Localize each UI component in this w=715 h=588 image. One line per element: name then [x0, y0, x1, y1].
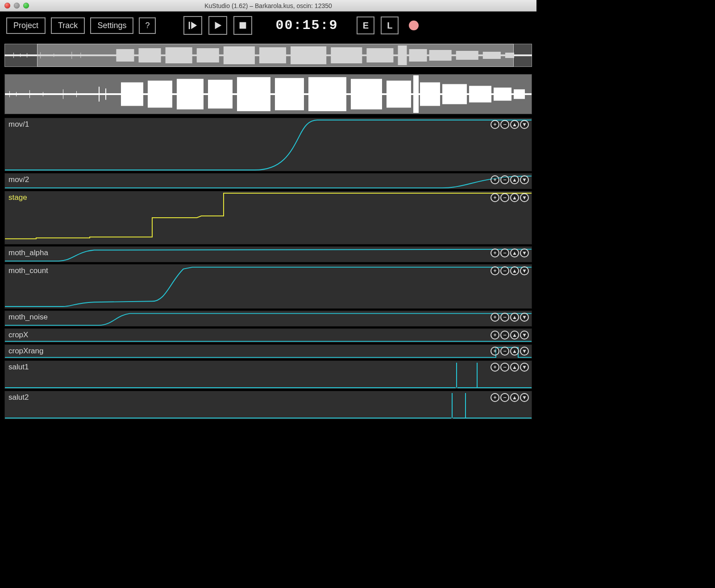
track-add-button[interactable]: +: [491, 120, 499, 129]
chevron-down-icon: ▼: [522, 268, 527, 274]
track-row[interactable]: stage+−▲▼: [4, 191, 532, 244]
minus-icon: −: [503, 364, 506, 370]
stop-button[interactable]: [233, 16, 252, 35]
track-row[interactable]: salut2+−▲▼: [4, 391, 532, 419]
track-row[interactable]: mov/2+−▲▼: [4, 173, 532, 189]
track-move-down-button[interactable]: ▼: [520, 313, 529, 322]
track-move-up-button[interactable]: ▲: [510, 193, 519, 202]
project-menu-button[interactable]: Project: [6, 17, 46, 34]
track-controls: +−▲▼: [491, 120, 529, 129]
track-remove-button[interactable]: −: [500, 363, 509, 372]
svg-rect-34: [99, 87, 100, 101]
track-add-button[interactable]: +: [491, 393, 499, 402]
track-move-up-button[interactable]: ▲: [510, 347, 519, 356]
chevron-down-icon: ▼: [522, 364, 527, 370]
chevron-down-icon: ▼: [522, 250, 527, 256]
track-row[interactable]: salut1+−▲▼: [4, 360, 532, 389]
overview-selection[interactable]: [37, 44, 513, 67]
loop-mode-button[interactable]: L: [381, 17, 399, 34]
play-button[interactable]: [208, 16, 227, 35]
chevron-down-icon: ▼: [522, 332, 527, 338]
svg-rect-36: [121, 83, 143, 106]
track-add-button[interactable]: +: [491, 193, 499, 202]
track-add-button[interactable]: +: [491, 248, 499, 257]
track-move-up-button[interactable]: ▲: [510, 393, 519, 402]
overview-waveform[interactable]: [4, 41, 532, 70]
plus-icon: +: [493, 364, 496, 370]
track-row[interactable]: cropXrang+−▲▼: [4, 344, 532, 359]
track-row[interactable]: cropX+−▲▼: [4, 328, 532, 343]
track-move-down-button[interactable]: ▼: [520, 175, 529, 184]
svg-rect-28: [9, 91, 10, 97]
track-add-button[interactable]: +: [491, 347, 499, 356]
window-minimize-button[interactable]: [14, 3, 20, 8]
minus-icon: −: [503, 332, 506, 338]
track-curve: [5, 361, 532, 389]
track-row[interactable]: moth_alpha+−▲▼: [4, 246, 532, 262]
track-menu-button[interactable]: Track: [51, 17, 85, 34]
svg-rect-42: [308, 77, 346, 111]
track-remove-button[interactable]: −: [500, 193, 509, 202]
svg-rect-29: [16, 92, 17, 96]
track-curve: [5, 329, 532, 342]
track-move-down-button[interactable]: ▼: [520, 193, 529, 202]
track-move-down-button[interactable]: ▼: [520, 363, 529, 372]
track-move-up-button[interactable]: ▲: [510, 363, 519, 372]
track-add-button[interactable]: +: [491, 313, 499, 322]
tracks-panel: mov/1+−▲▼mov/2+−▲▼stage+−▲▼moth_alpha+−▲…: [0, 118, 536, 419]
chevron-up-icon: ▲: [512, 348, 517, 354]
settings-menu-button[interactable]: Settings: [90, 17, 133, 34]
play-bar-icon: [188, 21, 198, 30]
track-move-down-button[interactable]: ▼: [520, 347, 529, 356]
track-add-button[interactable]: +: [491, 175, 499, 184]
svg-rect-37: [148, 81, 172, 108]
help-button[interactable]: ?: [139, 17, 156, 34]
track-move-down-button[interactable]: ▼: [520, 266, 529, 275]
track-move-up-button[interactable]: ▲: [510, 313, 519, 322]
track-move-down-button[interactable]: ▼: [520, 248, 529, 257]
track-move-down-button[interactable]: ▼: [520, 120, 529, 129]
track-move-up-button[interactable]: ▲: [510, 175, 519, 184]
plus-icon: +: [493, 177, 496, 183]
track-remove-button[interactable]: −: [500, 248, 509, 257]
chevron-down-icon: ▼: [522, 348, 527, 354]
svg-rect-50: [514, 89, 525, 99]
track-remove-button[interactable]: −: [500, 331, 509, 340]
track-curve: [5, 174, 532, 189]
track-add-button[interactable]: +: [491, 266, 499, 275]
track-move-down-button[interactable]: ▼: [520, 393, 529, 402]
track-remove-button[interactable]: −: [500, 347, 509, 356]
track-remove-button[interactable]: −: [500, 120, 509, 129]
window-zoom-button[interactable]: [23, 3, 29, 8]
main-waveform[interactable]: [4, 74, 532, 114]
window-close-button[interactable]: [4, 3, 10, 8]
track-row[interactable]: moth_count+−▲▼: [4, 264, 532, 309]
track-add-button[interactable]: +: [491, 331, 499, 340]
svg-marker-1: [191, 22, 197, 29]
svg-rect-41: [275, 78, 304, 110]
track-curve: [5, 191, 532, 244]
track-row[interactable]: mov/1+−▲▼: [4, 118, 532, 171]
track-move-up-button[interactable]: ▲: [510, 248, 519, 257]
svg-marker-2: [215, 22, 222, 29]
track-move-up-button[interactable]: ▲: [510, 266, 519, 275]
track-move-up-button[interactable]: ▲: [510, 331, 519, 340]
plus-icon: +: [493, 268, 496, 274]
track-remove-button[interactable]: −: [500, 313, 509, 322]
window-titlebar: KuStudio (1.62) – Barkarola.kus, oscin: …: [0, 0, 536, 12]
svg-rect-48: [469, 86, 491, 102]
svg-rect-45: [413, 75, 419, 113]
track-row[interactable]: moth_noise+−▲▼: [4, 311, 532, 327]
play-from-start-button[interactable]: [183, 16, 202, 35]
track-add-button[interactable]: +: [491, 363, 499, 372]
record-button[interactable]: [405, 17, 423, 34]
plus-icon: +: [493, 348, 496, 354]
edit-mode-button[interactable]: E: [357, 17, 374, 34]
track-move-down-button[interactable]: ▼: [520, 331, 529, 340]
track-move-up-button[interactable]: ▲: [510, 120, 519, 129]
plus-icon: +: [493, 195, 496, 201]
transport-controls: [183, 16, 252, 35]
track-remove-button[interactable]: −: [500, 266, 509, 275]
track-remove-button[interactable]: −: [500, 175, 509, 184]
track-remove-button[interactable]: −: [500, 393, 509, 402]
